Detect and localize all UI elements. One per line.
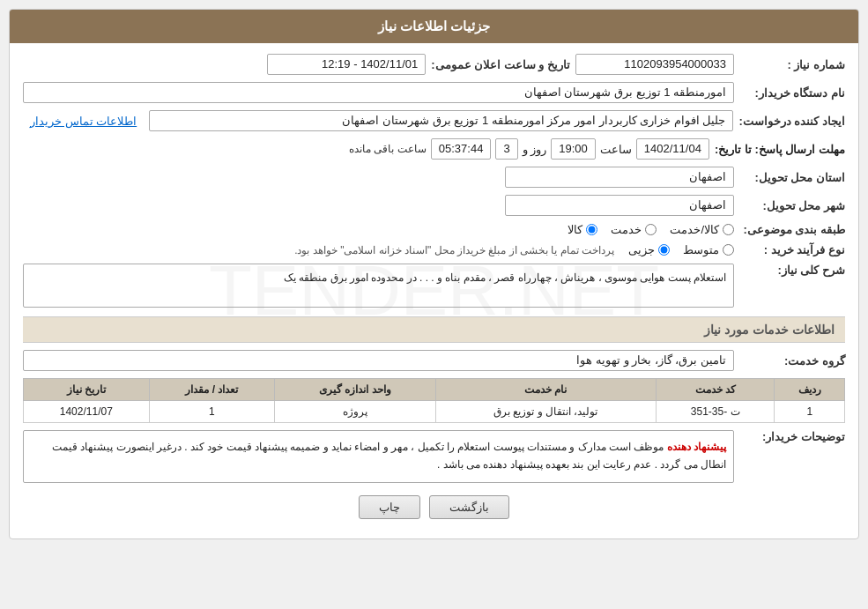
response-date-value: 1402/11/04: [636, 138, 709, 160]
purchase-type-note: پرداخت تمام یا بخشی از مبلغ خریداز محل "…: [294, 244, 614, 256]
announce-value: 1402/11/01 - 12:19: [267, 54, 426, 75]
category-radio-khadamat[interactable]: [645, 224, 657, 235]
buyer-notes-row: توضیحات خریدار: پیشنهاد دهنده موظف است م…: [23, 430, 845, 483]
purchase-type-option-motavaset[interactable]: متوسط: [683, 243, 734, 256]
buyer-notes-text: موظف است مدارک و مستندات پیوست استعلام ر…: [52, 441, 726, 471]
need-number-label: شماره نیاز :: [739, 58, 845, 71]
purchase-type-label-motavaset: متوسط: [683, 243, 719, 256]
cell-code-0: ت -35-351: [656, 401, 775, 423]
creator-row: ایجاد کننده درخواست: جلیل افوام خزاری کا…: [23, 110, 845, 131]
need-number-value: 1102093954000033: [575, 54, 734, 75]
category-radio-kala[interactable]: [586, 224, 597, 235]
response-time-value: 19:00: [551, 138, 596, 160]
need-number-row: شماره نیاز : 1102093954000033 تاریخ و سا…: [23, 54, 845, 75]
col-header-date: تاریخ نیاز: [24, 379, 150, 401]
need-desc-row: شرح کلی نیاز: استعلام پست هوایی موسوی ، …: [23, 264, 845, 308]
creator-link[interactable]: اطلاعات تماس خریدار: [23, 115, 144, 128]
cell-row-0: 1: [775, 401, 845, 423]
response-date-row: مهلت ارسال پاسخ: تا تاریخ: 1402/11/04 سا…: [23, 138, 845, 160]
buyer-notes-highlight: پیشنهاد دهنده: [667, 441, 726, 453]
service-group-value: تامین برق، گاز، بخار و تهویه هوا: [23, 350, 734, 371]
cell-qty-0: 1: [149, 401, 274, 423]
creator-value: جلیل افوام خزاری کاربردار امور مرکز امور…: [149, 110, 733, 131]
response-remaining: 05:37:44: [431, 138, 492, 160]
category-option-kala-khadamat[interactable]: کالا/خدمت: [670, 223, 734, 236]
city-label: شهر محل تحویل:: [739, 199, 845, 212]
province-value: اصفهان: [505, 167, 734, 188]
category-label-kala-khadamat: کالا/خدمت: [670, 223, 719, 236]
province-label: استان محل تحویل:: [739, 171, 845, 184]
cell-date-0: 1402/11/07: [24, 401, 150, 423]
need-desc-label: شرح کلی نیاز:: [739, 264, 845, 277]
page-header: جزئیات اطلاعات نیاز: [10, 10, 858, 43]
col-header-qty: تعداد / مقدار: [149, 379, 274, 401]
category-label-khadamat: خدمت: [611, 223, 642, 236]
col-header-row: ردیف: [775, 379, 845, 401]
buyer-notes-label: توضیحات خریدار:: [739, 430, 845, 443]
buyer-name-value: امورمنطقه 1 توزیع برق شهرستان اصفهان: [23, 82, 734, 103]
category-label-kala: کالا: [568, 223, 582, 236]
service-group-row: گروه خدمت: تامین برق، گاز، بخار و تهویه …: [23, 350, 845, 371]
announce-label: تاریخ و ساعت اعلان عمومی:: [431, 58, 570, 71]
purchase-type-radio-jozi[interactable]: [658, 244, 670, 256]
page-title: جزئیات اطلاعات نیاز: [378, 19, 490, 33]
purchase-type-label: نوع فرآیند خرید :: [739, 243, 845, 256]
cell-name-0: تولید، انتقال و توزیع برق: [435, 401, 656, 423]
days-label: روز و: [523, 143, 547, 156]
col-header-name: نام خدمت: [435, 379, 656, 401]
category-option-khadamat[interactable]: خدمت: [611, 223, 657, 236]
print-button[interactable]: چاپ: [359, 495, 420, 519]
purchase-type-row: نوع فرآیند خرید : متوسط جزیی پرداخت تمام…: [23, 243, 845, 256]
cell-unit-0: پروژه: [275, 401, 436, 423]
service-table: ردیف کد خدمت نام خدمت واحد اندازه گیری ت…: [23, 378, 845, 423]
response-days: 3: [495, 138, 517, 160]
buyer-notes-value: پیشنهاد دهنده موظف است مدارک و مستندات پ…: [23, 430, 734, 483]
category-row: طبقه بندی موضوعی: کالا/خدمت خدمت کالا: [23, 223, 845, 236]
category-option-kala[interactable]: کالا: [568, 223, 597, 236]
purchase-type-radio-motavaset[interactable]: [723, 244, 734, 256]
category-radio-kala-khadamat[interactable]: [723, 224, 734, 235]
col-header-unit: واحد اندازه گیری: [275, 379, 436, 401]
service-group-label: گروه خدمت:: [739, 354, 845, 368]
buyer-name-row: نام دستگاه خریدار: امورمنطقه 1 توزیع برق…: [23, 82, 845, 103]
time-label: ساعت: [600, 143, 632, 156]
services-section-title: اطلاعات خدمات مورد نیاز: [23, 316, 845, 343]
back-button[interactable]: بازگشت: [429, 495, 509, 519]
remaining-label: ساعت باقی مانده: [349, 143, 427, 155]
col-header-code: کد خدمت: [656, 379, 775, 401]
category-radio-group: کالا/خدمت خدمت کالا: [568, 223, 734, 236]
table-row: 1 ت -35-351 تولید، انتقال و توزیع برق پر…: [24, 401, 845, 423]
buttons-row: بازگشت چاپ: [23, 495, 845, 528]
city-row: شهر محل تحویل: اصفهان: [23, 195, 845, 216]
purchase-type-option-jozi[interactable]: جزیی: [628, 243, 670, 256]
category-label: طبقه بندی موضوعی:: [739, 223, 845, 236]
creator-label: ایجاد کننده درخواست:: [738, 115, 845, 128]
city-value: اصفهان: [505, 195, 734, 216]
province-row: استان محل تحویل: اصفهان: [23, 167, 845, 188]
need-desc-value: استعلام پست هوایی موسوی ، هریناش ، چهارر…: [23, 264, 734, 308]
purchase-type-label-jozi: جزیی: [628, 243, 655, 256]
purchase-type-radio-group: متوسط جزیی: [628, 243, 734, 256]
response-date-label: مهلت ارسال پاسخ: تا تاریخ:: [715, 143, 845, 156]
buyer-name-label: نام دستگاه خریدار:: [739, 86, 845, 100]
